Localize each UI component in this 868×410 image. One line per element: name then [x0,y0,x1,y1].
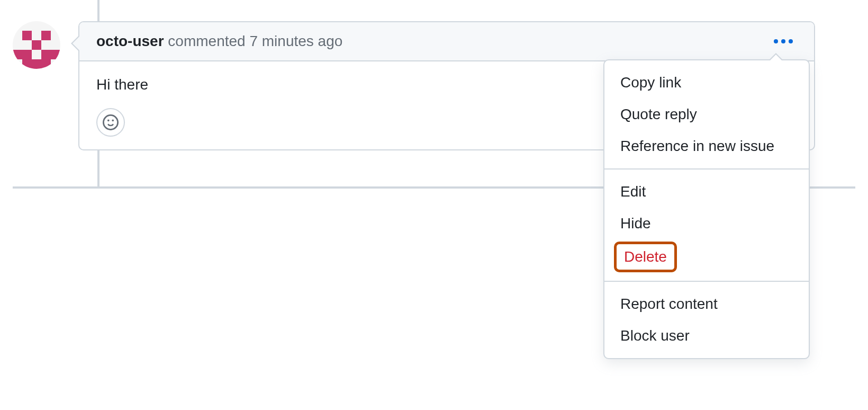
comment-header-text: octo-user commented 7 minutes ago [96,33,342,50]
menu-item-report[interactable]: Report content [604,288,809,320]
menu-item-edit[interactable]: Edit [604,176,809,208]
comment-actions-menu: Copy link Quote reply Reference in new i… [603,59,810,359]
comment-arrow [71,35,79,52]
menu-item-hide[interactable]: Hide [604,208,809,239]
kebab-horizontal-icon [774,39,778,43]
smiley-icon [103,114,119,130]
menu-item-copy-link[interactable]: Copy link [604,67,809,99]
kebab-menu-button[interactable] [770,35,797,48]
add-reaction-button[interactable] [96,108,125,137]
comment-action-label: commented 7 minutes ago [168,33,342,49]
avatar-identicon [13,21,60,69]
comment-timestamp[interactable]: 7 minutes ago [249,33,342,49]
menu-item-quote-reply[interactable]: Quote reply [604,99,809,130]
comment-author[interactable]: octo-user [96,33,164,49]
dropdown-caret [768,53,783,60]
menu-item-block[interactable]: Block user [604,320,809,352]
menu-item-delete[interactable]: Delete [614,242,677,272]
menu-item-reference-issue[interactable]: Reference in new issue [604,130,809,162]
avatar[interactable] [13,21,60,69]
comment-header: octo-user commented 7 minutes ago [79,22,814,61]
